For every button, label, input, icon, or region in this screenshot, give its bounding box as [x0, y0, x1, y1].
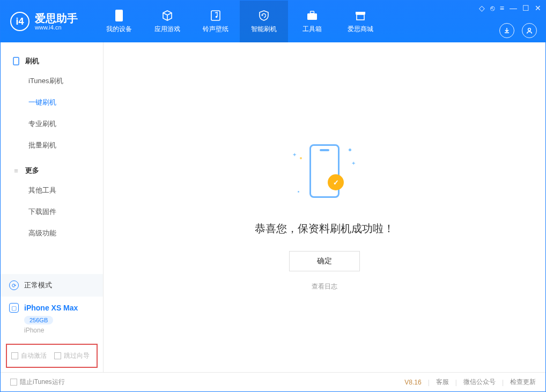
- mode-text: 正常模式: [24, 280, 52, 290]
- device-capacity: 256GB: [24, 316, 53, 324]
- sidebar-item-advanced[interactable]: 高级功能: [1, 223, 103, 244]
- flash-options-highlight: 自动激活 跳过向导: [6, 344, 98, 368]
- sidebar-item-pro-flash[interactable]: 专业刷机: [1, 113, 103, 135]
- sidebar-section-flash: 刷机: [1, 52, 103, 70]
- sidebar-item-itunes-flash[interactable]: iTunes刷机: [1, 70, 103, 92]
- success-message: 恭喜您，保资料刷机成功啦！: [255, 221, 394, 236]
- sidebar-item-other-tools[interactable]: 其他工具: [1, 180, 103, 201]
- svg-rect-1: [211, 11, 220, 20]
- sidebar-item-batch-flash[interactable]: 批量刷机: [1, 135, 103, 156]
- device-name: iPhone XS Max: [24, 304, 78, 312]
- user-button[interactable]: [522, 23, 537, 38]
- nav-toolbox[interactable]: 工具箱: [288, 1, 336, 42]
- device-card[interactable]: ▢ iPhone XS Max 256GB iPhone: [1, 297, 103, 339]
- checkbox-label: 阻止iTunes运行: [20, 378, 65, 387]
- titlebar-controls: ◇ ⎋ ≡ — ☐ ✕: [479, 4, 541, 12]
- checkbox-label: 自动激活: [21, 351, 47, 360]
- svg-point-2: [216, 16, 218, 18]
- checkbox-label: 跳过向导: [64, 351, 90, 360]
- maximize-button[interactable]: ☐: [522, 4, 529, 12]
- svg-point-6: [528, 28, 531, 31]
- close-button[interactable]: ✕: [535, 4, 541, 12]
- nav-label: 工具箱: [302, 25, 322, 34]
- minimize-button[interactable]: —: [510, 4, 517, 12]
- view-log-link[interactable]: 查看日志: [312, 282, 337, 291]
- header: i4 爱思助手 www.i4.cn 我的设备 应用游戏 铃声壁纸 智能刷机: [1, 1, 545, 42]
- svg-rect-3: [307, 13, 317, 20]
- checkbox-block-itunes[interactable]: 阻止iTunes运行: [10, 378, 65, 387]
- logo-icon: i4: [10, 12, 29, 31]
- header-actions: [499, 23, 537, 38]
- result-panel: ✓ ✦✦ 恭喜您，保资料刷机成功啦！ 确定 查看日志: [255, 139, 394, 291]
- checkbox-icon: [11, 352, 18, 359]
- nav-label: 应用游戏: [154, 25, 180, 34]
- section-title: 更多: [25, 166, 39, 175]
- section-title: 刷机: [25, 56, 39, 66]
- checkbox-icon: [54, 352, 61, 359]
- success-illustration: ✓ ✦✦: [292, 139, 357, 203]
- device-mode-status[interactable]: ⟳ 正常模式: [1, 274, 103, 297]
- device-icon: [113, 10, 125, 21]
- sidebar-list: 刷机 iTunes刷机 一键刷机 专业刷机 批量刷机 ≡ 更多 其他工具 下载固…: [1, 42, 103, 274]
- music-note-icon: [210, 10, 222, 21]
- nav-label: 铃声壁纸: [203, 25, 228, 34]
- list-icon: ≡: [12, 167, 20, 174]
- body: 刷机 iTunes刷机 一键刷机 专业刷机 批量刷机 ≡ 更多 其他工具 下载固…: [1, 42, 545, 372]
- top-nav: 我的设备 应用游戏 铃声壁纸 智能刷机 工具箱 爱思商城: [95, 1, 385, 42]
- app-logo: i4 爱思助手 www.i4.cn: [1, 1, 87, 42]
- nav-label: 爱思商城: [348, 25, 373, 34]
- menu-icon[interactable]: ≡: [500, 4, 504, 12]
- shield-refresh-icon: [258, 10, 270, 21]
- svg-rect-4: [311, 11, 314, 13]
- download-button[interactable]: [499, 23, 514, 38]
- app-title: 爱思助手: [35, 12, 78, 24]
- tshirt-icon[interactable]: ◇: [479, 4, 485, 12]
- checkmark-badge-icon: ✓: [328, 174, 344, 190]
- checkbox-skip-guide[interactable]: 跳过向导: [54, 351, 90, 360]
- sidebar: 刷机 iTunes刷机 一键刷机 专业刷机 批量刷机 ≡ 更多 其他工具 下载固…: [1, 42, 104, 372]
- phone-icon: [12, 57, 20, 65]
- svg-rect-0: [115, 10, 123, 21]
- nav-apps-games[interactable]: 应用游戏: [143, 1, 191, 42]
- confirm-button[interactable]: 确定: [289, 251, 360, 271]
- nav-store[interactable]: 爱思商城: [336, 1, 385, 42]
- svg-rect-5: [357, 14, 364, 20]
- lock-icon[interactable]: ⎋: [490, 4, 495, 12]
- wechat-link[interactable]: 微信公众号: [463, 378, 496, 387]
- nav-my-device[interactable]: 我的设备: [95, 1, 143, 42]
- svg-rect-7: [13, 57, 19, 65]
- mode-icon: ⟳: [9, 280, 19, 290]
- checkbox-auto-activate[interactable]: 自动激活: [11, 351, 47, 360]
- support-link[interactable]: 客服: [436, 378, 449, 387]
- phone-icon: ▢: [9, 303, 19, 313]
- nav-ringtones-wallpapers[interactable]: 铃声壁纸: [191, 1, 240, 42]
- shop-icon: [355, 10, 366, 21]
- version-text: V8.16: [404, 379, 421, 386]
- check-update-link[interactable]: 检查更新: [510, 378, 536, 387]
- sidebar-item-download-firmware[interactable]: 下载固件: [1, 201, 103, 223]
- main-content: ✓ ✦✦ 恭喜您，保资料刷机成功啦！ 确定 查看日志: [104, 42, 545, 372]
- app-subtitle: www.i4.cn: [35, 24, 78, 31]
- app-window: i4 爱思助手 www.i4.cn 我的设备 应用游戏 铃声壁纸 智能刷机: [0, 0, 546, 392]
- sidebar-item-oneclick-flash[interactable]: 一键刷机: [1, 92, 103, 113]
- device-type: iPhone: [24, 327, 94, 334]
- toolbox-icon: [306, 10, 318, 21]
- cube-icon: [161, 10, 173, 21]
- footer: 阻止iTunes运行 V8.16 | 客服 | 微信公众号 | 检查更新: [1, 372, 545, 391]
- sidebar-section-more: ≡ 更多: [1, 161, 103, 180]
- nav-label: 我的设备: [106, 25, 132, 34]
- nav-label: 智能刷机: [251, 25, 277, 34]
- checkbox-icon: [10, 379, 17, 386]
- nav-smart-flash[interactable]: 智能刷机: [240, 1, 288, 42]
